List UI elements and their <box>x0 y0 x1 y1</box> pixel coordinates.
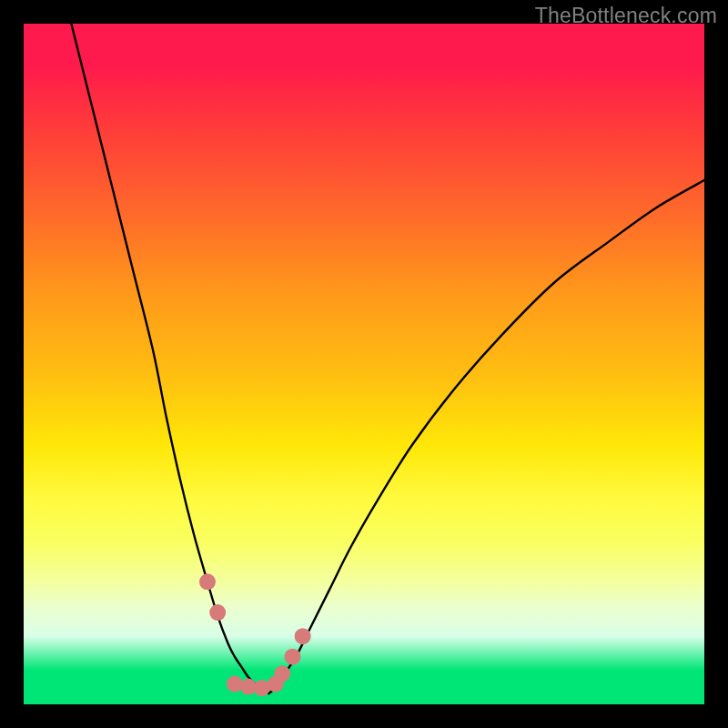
marker-dot <box>274 665 290 682</box>
marker-dot <box>295 628 311 644</box>
marker-dot <box>284 649 300 665</box>
curve-right <box>268 180 704 693</box>
chart-svg <box>24 24 704 704</box>
curve-left <box>71 24 268 693</box>
highlight-markers <box>199 573 311 696</box>
marker-dot <box>199 573 216 590</box>
chart-frame: TheBottleneck.com <box>0 0 728 728</box>
marker-dot <box>209 604 226 621</box>
marker-dot <box>227 676 243 693</box>
watermark-text: TheBottleneck.com <box>535 4 717 28</box>
